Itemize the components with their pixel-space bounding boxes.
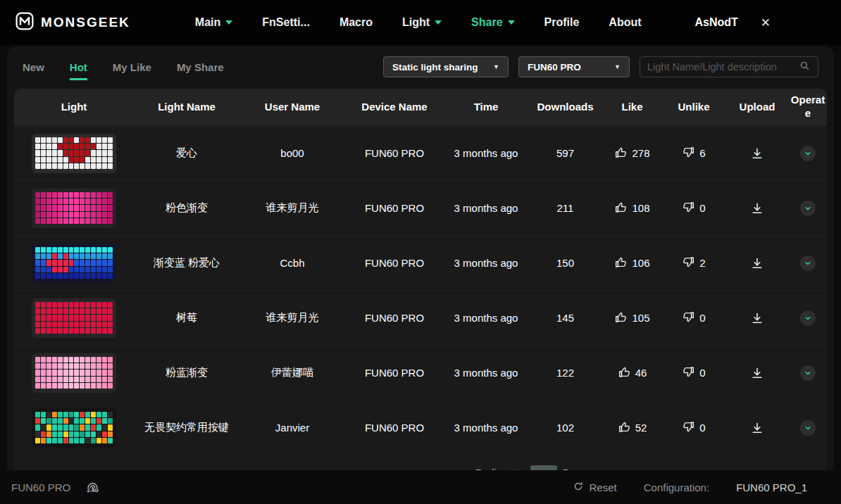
download-button[interactable] (750, 366, 764, 380)
close-icon[interactable]: ✕ (761, 15, 771, 30)
nav-item-fnsetti[interactable]: FnSetti... (262, 16, 310, 29)
upload-cell (725, 311, 789, 325)
like-button[interactable]: 106 (602, 256, 662, 271)
download-button[interactable] (750, 311, 764, 325)
like-button[interactable]: 108 (602, 201, 662, 216)
keycap (85, 144, 90, 149)
keycap (102, 273, 107, 279)
device-dropdown[interactable]: FUN60 PRO ▼ (518, 56, 630, 77)
unlike-button[interactable]: 0 (662, 201, 725, 216)
tab-new[interactable]: New (23, 61, 44, 80)
light-thumbnail[interactable] (32, 134, 116, 173)
unlike-button[interactable]: 0 (662, 310, 725, 326)
brand-name: MONSGEEK (41, 15, 130, 30)
download-button[interactable] (750, 421, 764, 435)
nav-item-about[interactable]: About (609, 16, 641, 29)
light-thumbnail[interactable] (32, 298, 116, 338)
keycap (102, 192, 107, 198)
keycap (63, 144, 68, 149)
keycap (91, 328, 96, 334)
keycap (69, 205, 74, 210)
download-button[interactable] (750, 146, 764, 160)
light-thumbnail[interactable] (32, 189, 116, 228)
keycap (85, 363, 90, 369)
light-thumbnail[interactable] (32, 244, 116, 283)
keycap (41, 328, 46, 334)
expand-button[interactable] (800, 420, 816, 436)
nav-item-share[interactable]: Share (471, 16, 514, 29)
keycap (52, 370, 57, 375)
nav-item-macro[interactable]: Macro (339, 16, 373, 29)
tab-hot[interactable]: Hot (70, 61, 87, 80)
keycap (102, 157, 107, 163)
keycap (108, 163, 113, 169)
keycap (102, 308, 107, 314)
nav-item-profile[interactable]: Profile (544, 16, 580, 29)
keycap (46, 363, 51, 369)
keycap (69, 157, 74, 163)
keycap (102, 377, 107, 382)
keycap (102, 322, 107, 327)
like-button[interactable]: 278 (602, 146, 662, 161)
expand-button[interactable] (800, 365, 816, 381)
keycap (96, 144, 101, 149)
download-button[interactable] (750, 256, 764, 270)
like-button[interactable]: 52 (602, 420, 662, 436)
username[interactable]: AsNodT (694, 16, 737, 29)
unlike-button[interactable]: 2 (662, 256, 725, 271)
unlike-button[interactable]: 0 (662, 365, 725, 381)
keycap (74, 418, 79, 424)
keycap (63, 192, 68, 198)
search-input[interactable] (647, 61, 799, 73)
keycap (69, 144, 74, 149)
search-icon[interactable] (799, 60, 811, 75)
like-button[interactable]: 46 (602, 365, 662, 381)
keycap (41, 192, 46, 198)
keycap (91, 137, 96, 143)
unlike-button[interactable]: 6 (662, 146, 725, 161)
light-name: 粉蓝渐变 (134, 366, 239, 379)
reset-button[interactable]: Reset (573, 481, 617, 494)
keycap (108, 328, 113, 334)
keycap (58, 212, 63, 218)
expand-button[interactable] (800, 201, 816, 216)
keycap (69, 212, 74, 218)
keycap (80, 212, 85, 218)
keycap (63, 412, 68, 417)
tab-my-share[interactable]: My Share (177, 61, 224, 80)
keycap (35, 363, 40, 369)
keycap (46, 157, 51, 163)
nav-item-light[interactable]: Light (402, 16, 442, 29)
keycap (69, 253, 74, 259)
keycap (58, 431, 63, 437)
table-row: 无畏契约常用按键JanvierFUN60 PRO3 months ago1025… (14, 400, 827, 455)
keycap (46, 212, 51, 218)
keycap (80, 383, 85, 389)
unlike-button[interactable]: 0 (662, 420, 725, 436)
keycap (91, 205, 96, 210)
like-button[interactable]: 105 (602, 310, 662, 326)
keycap (80, 247, 85, 253)
keycap (102, 363, 107, 369)
keycap (41, 302, 46, 308)
keycap (63, 328, 68, 334)
tab-my-like[interactable]: My Like (113, 61, 151, 80)
light-thumbnail[interactable] (32, 353, 116, 393)
download-button[interactable] (750, 201, 764, 215)
light-thumbnail[interactable] (32, 408, 116, 448)
expand-button[interactable] (800, 310, 816, 326)
configuration-value[interactable]: FUN60 PRO_1 (736, 481, 807, 493)
light-thumbnail-cell (14, 408, 134, 448)
expand-button[interactable] (800, 256, 816, 271)
keycap (52, 383, 57, 389)
search-box (640, 56, 818, 77)
upload-cell (725, 146, 789, 160)
keycap (46, 438, 51, 443)
share-type-dropdown[interactable]: Static light sharing ▼ (383, 56, 509, 77)
expand-button[interactable] (800, 146, 816, 161)
keycap (108, 137, 113, 143)
share-type-value: Static light sharing (392, 62, 478, 73)
nav-item-main[interactable]: Main (195, 16, 232, 29)
device-name: FUN60 PRO (345, 202, 444, 214)
keycap (41, 253, 46, 259)
